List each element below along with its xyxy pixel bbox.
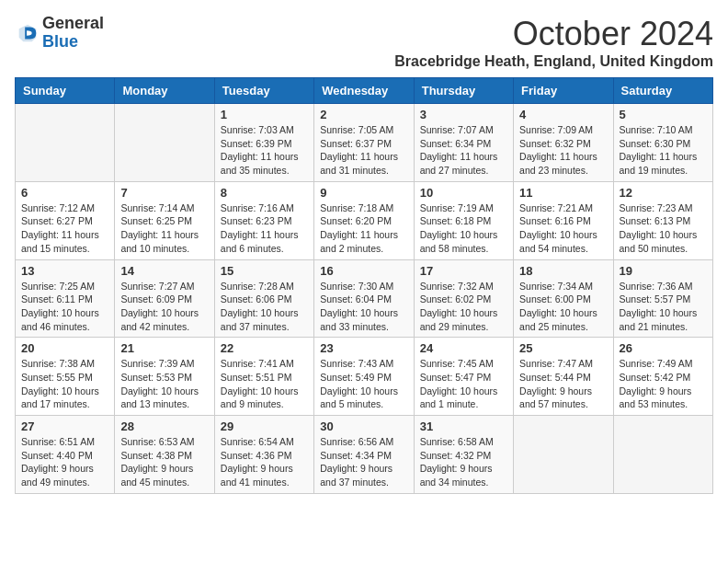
table-row: 10Sunrise: 7:19 AM Sunset: 6:18 PM Dayli… [414, 181, 513, 259]
calendar-header-row: Sunday Monday Tuesday Wednesday Thursday… [16, 78, 713, 104]
table-row: 29Sunrise: 6:54 AM Sunset: 4:36 PM Dayli… [214, 416, 313, 494]
table-row: 13Sunrise: 7:25 AM Sunset: 6:11 PM Dayli… [16, 259, 115, 338]
table-row: 27Sunrise: 6:51 AM Sunset: 4:40 PM Dayli… [16, 416, 115, 494]
calendar-week-row: 20Sunrise: 7:38 AM Sunset: 5:55 PM Dayli… [16, 338, 713, 416]
table-row: 22Sunrise: 7:41 AM Sunset: 5:51 PM Dayli… [214, 338, 313, 416]
day-number: 26 [620, 341, 707, 355]
day-number: 16 [320, 264, 407, 278]
day-number: 25 [519, 341, 607, 355]
day-number: 8 [221, 186, 308, 200]
table-row: 7Sunrise: 7:14 AM Sunset: 6:25 PM Daylig… [115, 181, 214, 259]
day-number: 20 [21, 341, 108, 355]
table-row [115, 104, 214, 182]
table-row: 18Sunrise: 7:34 AM Sunset: 6:00 PM Dayli… [514, 259, 613, 338]
day-info: Sunrise: 7:34 AM Sunset: 6:00 PM Dayligh… [519, 280, 607, 334]
header-thursday: Thursday [414, 78, 513, 104]
day-info: Sunrise: 7:03 AM Sunset: 6:39 PM Dayligh… [221, 123, 308, 178]
day-number: 4 [519, 108, 607, 121]
table-row: 5Sunrise: 7:10 AM Sunset: 6:30 PM Daylig… [613, 104, 712, 182]
month-title: October 2024 [394, 15, 713, 53]
day-number: 6 [21, 186, 108, 200]
day-number: 5 [620, 108, 707, 121]
table-row: 14Sunrise: 7:27 AM Sunset: 6:09 PM Dayli… [115, 259, 214, 338]
table-row: 6Sunrise: 7:12 AM Sunset: 6:27 PM Daylig… [16, 181, 115, 259]
logo-blue-text: Blue [42, 32, 78, 51]
table-row: 4Sunrise: 7:09 AM Sunset: 6:32 PM Daylig… [514, 104, 613, 182]
day-number: 3 [420, 108, 507, 121]
day-info: Sunrise: 7:45 AM Sunset: 5:47 PM Dayligh… [420, 357, 507, 411]
header-friday: Friday [514, 78, 613, 104]
day-number: 19 [620, 264, 707, 278]
calendar-week-row: 1Sunrise: 7:03 AM Sunset: 6:39 PM Daylig… [16, 104, 713, 182]
day-info: Sunrise: 7:19 AM Sunset: 6:18 PM Dayligh… [420, 201, 507, 256]
day-number: 23 [320, 341, 407, 355]
day-info: Sunrise: 7:36 AM Sunset: 5:57 PM Dayligh… [620, 280, 707, 334]
day-number: 28 [120, 419, 208, 433]
table-row: 25Sunrise: 7:47 AM Sunset: 5:44 PM Dayli… [514, 338, 613, 416]
day-info: Sunrise: 7:41 AM Sunset: 5:51 PM Dayligh… [221, 357, 308, 411]
day-info: Sunrise: 7:38 AM Sunset: 5:55 PM Dayligh… [21, 357, 108, 411]
logo-general-text: General [42, 14, 104, 32]
day-number: 27 [21, 419, 108, 433]
day-number: 18 [519, 264, 607, 278]
header-saturday: Saturday [613, 78, 712, 104]
day-info: Sunrise: 7:39 AM Sunset: 5:53 PM Dayligh… [120, 357, 208, 411]
day-info: Sunrise: 6:54 AM Sunset: 4:36 PM Dayligh… [221, 435, 308, 489]
day-number: 7 [120, 186, 208, 200]
table-row: 15Sunrise: 7:28 AM Sunset: 6:06 PM Dayli… [214, 259, 313, 338]
table-row: 1Sunrise: 7:03 AM Sunset: 6:39 PM Daylig… [214, 104, 313, 182]
day-number: 24 [420, 341, 507, 355]
day-number: 29 [221, 419, 308, 433]
day-info: Sunrise: 6:56 AM Sunset: 4:34 PM Dayligh… [320, 435, 407, 489]
table-row: 20Sunrise: 7:38 AM Sunset: 5:55 PM Dayli… [16, 338, 115, 416]
day-number: 31 [420, 419, 507, 433]
header-monday: Monday [115, 78, 214, 104]
table-row: 31Sunrise: 6:58 AM Sunset: 4:32 PM Dayli… [414, 416, 513, 494]
day-info: Sunrise: 7:09 AM Sunset: 6:32 PM Dayligh… [519, 123, 607, 178]
table-row: 30Sunrise: 6:56 AM Sunset: 4:34 PM Dayli… [314, 416, 414, 494]
calendar-week-row: 6Sunrise: 7:12 AM Sunset: 6:27 PM Daylig… [16, 181, 713, 259]
day-info: Sunrise: 7:21 AM Sunset: 6:16 PM Dayligh… [519, 201, 607, 256]
table-row: 12Sunrise: 7:23 AM Sunset: 6:13 PM Dayli… [613, 181, 712, 259]
day-info: Sunrise: 7:49 AM Sunset: 5:42 PM Dayligh… [620, 357, 707, 411]
day-info: Sunrise: 7:32 AM Sunset: 6:02 PM Dayligh… [420, 280, 507, 334]
day-info: Sunrise: 7:27 AM Sunset: 6:09 PM Dayligh… [120, 280, 208, 334]
table-row: 24Sunrise: 7:45 AM Sunset: 5:47 PM Dayli… [414, 338, 513, 416]
day-info: Sunrise: 7:12 AM Sunset: 6:27 PM Dayligh… [21, 201, 108, 256]
day-number: 9 [320, 186, 407, 200]
day-info: Sunrise: 7:30 AM Sunset: 6:04 PM Dayligh… [320, 280, 407, 334]
table-row: 2Sunrise: 7:05 AM Sunset: 6:37 PM Daylig… [314, 104, 414, 182]
day-info: Sunrise: 6:53 AM Sunset: 4:38 PM Dayligh… [120, 435, 208, 489]
table-row: 11Sunrise: 7:21 AM Sunset: 6:16 PM Dayli… [514, 181, 613, 259]
logo-text: General Blue [42, 15, 104, 52]
day-info: Sunrise: 7:43 AM Sunset: 5:49 PM Dayligh… [320, 357, 407, 411]
table-row [16, 104, 115, 182]
table-row: 8Sunrise: 7:16 AM Sunset: 6:23 PM Daylig… [214, 181, 313, 259]
table-row [613, 416, 712, 494]
table-row: 17Sunrise: 7:32 AM Sunset: 6:02 PM Dayli… [414, 259, 513, 338]
day-info: Sunrise: 7:18 AM Sunset: 6:20 PM Dayligh… [320, 201, 407, 256]
calendar-week-row: 27Sunrise: 6:51 AM Sunset: 4:40 PM Dayli… [16, 416, 713, 494]
header: General Blue October 2024 Bracebridge He… [15, 15, 713, 70]
table-row: 9Sunrise: 7:18 AM Sunset: 6:20 PM Daylig… [314, 181, 414, 259]
day-number: 2 [320, 108, 407, 121]
table-row [514, 416, 613, 494]
day-info: Sunrise: 7:05 AM Sunset: 6:37 PM Dayligh… [320, 123, 407, 178]
calendar-table: Sunday Monday Tuesday Wednesday Thursday… [15, 77, 713, 494]
day-info: Sunrise: 7:47 AM Sunset: 5:44 PM Dayligh… [519, 357, 607, 411]
table-row: 28Sunrise: 6:53 AM Sunset: 4:38 PM Dayli… [115, 416, 214, 494]
day-info: Sunrise: 7:25 AM Sunset: 6:11 PM Dayligh… [21, 280, 108, 334]
day-number: 10 [420, 186, 507, 200]
table-row: 3Sunrise: 7:07 AM Sunset: 6:34 PM Daylig… [414, 104, 513, 182]
day-info: Sunrise: 7:07 AM Sunset: 6:34 PM Dayligh… [420, 123, 507, 178]
table-row: 16Sunrise: 7:30 AM Sunset: 6:04 PM Dayli… [314, 259, 414, 338]
table-row: 21Sunrise: 7:39 AM Sunset: 5:53 PM Dayli… [115, 338, 214, 416]
day-info: Sunrise: 7:14 AM Sunset: 6:25 PM Dayligh… [120, 201, 208, 256]
calendar-week-row: 13Sunrise: 7:25 AM Sunset: 6:11 PM Dayli… [16, 259, 713, 338]
day-info: Sunrise: 7:28 AM Sunset: 6:06 PM Dayligh… [221, 280, 308, 334]
table-row: 19Sunrise: 7:36 AM Sunset: 5:57 PM Dayli… [613, 259, 712, 338]
day-number: 22 [221, 341, 308, 355]
table-row: 23Sunrise: 7:43 AM Sunset: 5:49 PM Dayli… [314, 338, 414, 416]
day-info: Sunrise: 7:10 AM Sunset: 6:30 PM Dayligh… [620, 123, 707, 178]
day-info: Sunrise: 6:58 AM Sunset: 4:32 PM Dayligh… [420, 435, 507, 489]
